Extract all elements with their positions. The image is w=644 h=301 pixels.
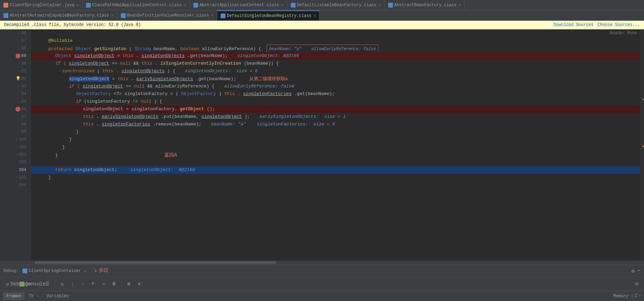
code-content[interactable]: @Nullable protected Object getSingleton … (31, 29, 640, 261)
info-bar-links: Download Sources Choose Sources... (554, 22, 640, 27)
code-line-105: } (31, 174, 640, 181)
ide-window: ClientSpringContainer.java ✕ ClassPathXm… (0, 0, 644, 301)
tab-ClientSpringContainer[interactable]: ClientSpringContainer.java ✕ (0, 0, 83, 10)
step-into-button[interactable]: ↓ (68, 280, 77, 289)
variables-tab[interactable]: Variables (43, 292, 73, 300)
code-line-104: return singletonObject; singletonObject:… (31, 166, 640, 174)
step-over-button[interactable]: ↻ (58, 280, 67, 289)
settings-gear-icon[interactable]: ⚙ (632, 268, 634, 274)
minimize-icon[interactable]: − (637, 268, 641, 274)
debug-session: ClientSpringContainer (22, 269, 81, 273)
tab-close-5[interactable]: ✕ (459, 3, 461, 7)
tab-close-6[interactable]: ✕ (111, 13, 114, 18)
code-line-97: this . earlySingletonObjects .put(beanNa… (31, 113, 640, 121)
gutter-102: ▷ 102 (0, 151, 29, 159)
gutter-88: ▷ 88 (0, 45, 29, 52)
gutter-106: 106 (0, 181, 29, 189)
menu-icon[interactable]: ☰ (43, 280, 52, 289)
code-line-92: singletonObject = this . earlySingletonO… (31, 75, 640, 83)
pause-program-button[interactable]: ⏸ (109, 280, 118, 289)
tab-DefaultSingleton[interactable]: DefaultSingletonBeanRegistry.class ✕ (217, 10, 319, 20)
fold-icon-91: ▷ (19, 67, 21, 75)
tab-close-2[interactable]: ✕ (184, 3, 186, 7)
code-line-93: if ( singletonObject == null && allowEar… (31, 83, 640, 90)
tab-icon-6 (3, 13, 8, 18)
fold-icon-90: ▷ (19, 60, 21, 67)
info-bar: Decompiled .class file, bytecode version… (0, 21, 644, 29)
debug-bar: Debug: ClientSpringContainer ✕ ➘ 步过 ⚙ − (0, 265, 644, 277)
gutter-90: ▷ 90 (0, 60, 29, 67)
tab-close-4[interactable]: ✕ (378, 3, 381, 7)
lightbulb-icon-92: 💡 (16, 75, 21, 83)
code-line-88: protected Object getSingleton ( String b… (31, 45, 640, 52)
memory-dropdown-icon[interactable]: ▾ (639, 293, 641, 299)
toolbar-separator-4 (121, 281, 122, 288)
gutter-100: ▷ 100 (0, 136, 29, 143)
th-tab[interactable]: Th ▾ (25, 292, 42, 300)
code-line-103 (31, 159, 640, 166)
tab-DefaultListable[interactable]: DefaultListableBeanFactory.class ✕ (287, 0, 385, 10)
toolbar-separator-2 (40, 281, 40, 288)
gutter-98: 98 (0, 121, 29, 128)
tab-AbstractApplication[interactable]: AbstractApplicationContext.class ✕ (190, 0, 287, 10)
step-out-button[interactable]: ↑ (78, 280, 87, 289)
list-view-button[interactable]: ≡ (135, 280, 144, 289)
minimap-indicator2 (643, 99, 644, 100)
tab-icon-5 (388, 3, 393, 8)
tab-row-2: AbstractAutowireCapableBeanFactory.class… (0, 10, 644, 21)
download-sources-link[interactable]: Download Sources (554, 22, 593, 27)
fold-icon-86: ▷ (19, 29, 21, 37)
decompile-info: Decompiled .class file, bytecode version… (4, 22, 141, 27)
scrollbar-thumb[interactable] (35, 261, 276, 264)
tab-close-3[interactable]: ✕ (281, 3, 283, 7)
choose-sources-link[interactable]: Choose Sources... (598, 22, 640, 27)
code-line-106 (31, 181, 640, 189)
gutter-101: ▷ 101 (0, 143, 29, 151)
tab-close-7[interactable]: ✕ (211, 13, 213, 18)
tab-icon-3 (193, 3, 198, 8)
tab-bars: ClientSpringContainer.java ✕ ClassPathXm… (0, 0, 644, 21)
horizontal-scrollbar[interactable] (0, 261, 644, 265)
minimap-indicator (643, 145, 644, 147)
gutter-103: 103 (0, 159, 29, 166)
frames-tab[interactable]: Frames (3, 292, 25, 300)
run-to-cursor-button[interactable]: ↱ (89, 280, 98, 289)
th-dropdown-icon[interactable]: ▾ (37, 294, 39, 298)
breakpoint-icon-89 (16, 54, 20, 58)
gutter-93: ▷ 93 (0, 83, 29, 90)
tab-ClassPathXml[interactable]: ClassPathXmlApplicationContext.class ✕ (83, 0, 190, 10)
tab-close-8[interactable]: ✕ (314, 13, 316, 18)
gutter-105: ▷ 105 (0, 174, 29, 181)
tab-console-button[interactable]: Console (28, 280, 37, 289)
grid-view-button[interactable]: ⊞ (124, 280, 133, 289)
tab-AbstractAutowire[interactable]: AbstractAutowireCapableBeanFactory.class… (0, 10, 117, 20)
toolbar-separator-3 (55, 281, 55, 288)
step-arrow-icon: ➘ (92, 265, 99, 275)
evaluate-button[interactable]: ≈ (99, 280, 108, 289)
debug-toolbar: ↺ Debugger Console ☰ ↻ ↓ ↑ ↱ ≈ ⏸ ⊞ ≡ (0, 277, 644, 291)
columns-icon[interactable]: ⊟ (632, 280, 641, 289)
code-line-86 (31, 29, 640, 37)
gutter-92: 💡 92 (0, 75, 29, 83)
tab-close-1[interactable]: ✕ (76, 3, 79, 7)
reader-mode-button[interactable]: Reader Mode (610, 31, 637, 36)
chinese-hint-92: 从第二级缓存获取a (249, 76, 288, 81)
fold-icon-100: ▷ (16, 136, 18, 143)
code-line-102: } 返回A (31, 151, 640, 159)
return-a-label: 返回A (164, 152, 177, 158)
debug-session-close[interactable]: ✕ (84, 269, 86, 274)
gutter-87: 87 (0, 37, 29, 45)
breakpoint-icon-96 (16, 107, 20, 112)
fold-icon-88: ▷ (19, 45, 21, 52)
gutter-95: ▷ 95 (0, 98, 29, 105)
tab-row-1: ClientSpringContainer.java ✕ ClassPathXm… (0, 0, 644, 10)
code-line-101: } (31, 143, 640, 151)
tab-BeanDefinition[interactable]: BeanDefinitionValueResolver.class ✕ (117, 10, 217, 20)
tab-icon-2 (86, 3, 91, 8)
fold-icon-93: ▷ (19, 83, 21, 90)
code-line-94: ObjectFactory <?> singletonFactory = ( O… (31, 90, 640, 98)
fold-icon-101: ▷ (16, 143, 18, 151)
debug-label: Debug: (3, 269, 18, 273)
tab-AbstractBeanFactory[interactable]: AbstractBeanFactory.class ✕ (385, 0, 465, 10)
fold-icon-102: ▷ (16, 151, 18, 159)
